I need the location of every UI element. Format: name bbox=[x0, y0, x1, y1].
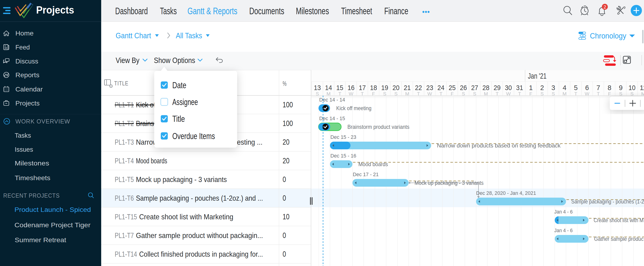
svg-text:Finance: Finance bbox=[384, 6, 408, 16]
svg-text:8: 8 bbox=[608, 84, 611, 92]
svg-text:Reports: Reports bbox=[16, 71, 40, 79]
svg-text:21: 21 bbox=[404, 84, 411, 92]
svg-text:Jan 4 - 6: Jan 4 - 6 bbox=[554, 227, 573, 233]
svg-text:View By: View By bbox=[116, 56, 140, 65]
svg-text:Narrow down products based on: Narrow down products based on testing fe… bbox=[437, 142, 561, 149]
svg-text:22: 22 bbox=[415, 84, 422, 92]
svg-text:0: 0 bbox=[282, 175, 286, 184]
svg-text:Milestones: Milestones bbox=[15, 160, 49, 167]
svg-text:Product Launch - Spiced: Product Launch - Spiced bbox=[14, 206, 91, 213]
svg-text:%: % bbox=[282, 80, 286, 87]
svg-text:2: 2 bbox=[540, 84, 544, 92]
svg-text:WORK OVERVIEW: WORK OVERVIEW bbox=[16, 118, 70, 125]
svg-text:Gantt & Reports: Gantt & Reports bbox=[188, 6, 237, 16]
svg-text:Overdue Items: Overdue Items bbox=[172, 131, 215, 141]
svg-text:Mock up packaging - 3 variants: Mock up packaging - 3 variants bbox=[414, 180, 484, 186]
svg-text:20: 20 bbox=[282, 156, 290, 165]
svg-text:5: 5 bbox=[574, 84, 578, 92]
svg-text:PL1-T15Create shoot list with: PL1-T15Create shoot list with Marketing bbox=[115, 212, 234, 221]
svg-text:Tasks: Tasks bbox=[15, 132, 31, 139]
svg-text:19: 19 bbox=[381, 84, 388, 92]
svg-text:Milestones: Milestones bbox=[296, 6, 329, 16]
svg-text:PL1-T7Gather sample product wi: PL1-T7Gather sample product without pack… bbox=[115, 231, 263, 240]
svg-text:20: 20 bbox=[282, 137, 290, 146]
svg-text:Documents: Documents bbox=[249, 6, 284, 16]
svg-text:4: 4 bbox=[563, 84, 566, 92]
svg-text:PL1-T6Sample packaging - pouch: PL1-T6Sample packaging - pouches (1-2oz.… bbox=[115, 194, 263, 202]
svg-text:Dec 15 - 23: Dec 15 - 23 bbox=[330, 134, 356, 140]
svg-text:7: 7 bbox=[596, 84, 600, 92]
svg-text:Summer Retreat: Summer Retreat bbox=[15, 236, 66, 243]
svg-text:3: 3 bbox=[552, 84, 555, 92]
svg-text:20: 20 bbox=[392, 84, 400, 92]
svg-text:30: 30 bbox=[505, 84, 512, 92]
svg-text:Gantt Chart: Gantt Chart bbox=[116, 31, 151, 40]
svg-text:Create shoot list with M: Create shoot list with M bbox=[594, 217, 644, 223]
svg-text:10: 10 bbox=[628, 84, 636, 92]
svg-text:Gather sample produc: Gather sample produc bbox=[594, 236, 644, 242]
svg-text:0: 0 bbox=[282, 249, 286, 258]
svg-text:0: 0 bbox=[282, 231, 286, 240]
svg-text:100: 100 bbox=[282, 100, 293, 109]
svg-text:28: 28 bbox=[482, 84, 490, 92]
svg-text:Kick off meeting: Kick off meeting bbox=[336, 105, 372, 111]
svg-text:24: 24 bbox=[438, 84, 444, 92]
svg-text:Mood boards: Mood boards bbox=[358, 161, 388, 167]
svg-text:PL1-T4Mood boards: PL1-T4Mood boards bbox=[115, 157, 167, 165]
svg-text:Timesheets: Timesheets bbox=[15, 174, 50, 181]
svg-text:Home: Home bbox=[16, 30, 34, 37]
svg-text:Chronology: Chronology bbox=[590, 31, 626, 40]
svg-text:Codename Project Tiger: Codename Project Tiger bbox=[14, 221, 90, 229]
svg-text:Date: Date bbox=[172, 81, 186, 90]
svg-text:PL1-T14Collect finished produc: PL1-T14Collect finished products in pack… bbox=[115, 250, 263, 258]
svg-text:1: 1 bbox=[529, 84, 533, 92]
svg-text:26: 26 bbox=[460, 84, 467, 92]
svg-text:16: 16 bbox=[348, 84, 355, 92]
svg-text:9: 9 bbox=[619, 84, 622, 92]
svg-text:13: 13 bbox=[314, 84, 321, 92]
svg-text:TITLE: TITLE bbox=[114, 80, 128, 87]
svg-text:11: 11 bbox=[640, 84, 644, 92]
svg-text:10: 10 bbox=[282, 212, 290, 221]
svg-text:All Tasks: All Tasks bbox=[176, 31, 202, 40]
svg-text:Assignee: Assignee bbox=[172, 97, 198, 107]
svg-text:Discuss: Discuss bbox=[16, 58, 38, 65]
svg-text:27: 27 bbox=[471, 84, 478, 92]
svg-text:Feed: Feed bbox=[16, 44, 30, 51]
svg-text:RECENT PROJECTS: RECENT PROJECTS bbox=[3, 192, 60, 199]
svg-text:Calendar: Calendar bbox=[16, 86, 43, 93]
svg-text:Tasks: Tasks bbox=[160, 6, 177, 16]
svg-text:25: 25 bbox=[448, 84, 456, 92]
svg-text:31: 31 bbox=[516, 84, 523, 92]
svg-text:Title: Title bbox=[172, 114, 185, 124]
svg-text:Brainstorm product variants: Brainstorm product variants bbox=[348, 124, 410, 130]
svg-text:6: 6 bbox=[585, 84, 589, 92]
svg-text:Sample packaging - pouches (1-: Sample packaging - pouches (1-2 bbox=[571, 198, 644, 205]
svg-text:Show Options: Show Options bbox=[154, 56, 195, 65]
svg-text:29: 29 bbox=[494, 84, 500, 92]
svg-text:100: 100 bbox=[282, 119, 293, 128]
svg-text:17: 17 bbox=[359, 84, 366, 92]
svg-text:Dec 17 - 21: Dec 17 - 21 bbox=[353, 171, 379, 177]
svg-text:Issues: Issues bbox=[15, 146, 33, 153]
svg-text:Projects: Projects bbox=[16, 100, 40, 107]
svg-text:Timesheet: Timesheet bbox=[341, 6, 372, 16]
svg-text:2: 2 bbox=[604, 5, 606, 10]
svg-text:Dec 28, 2020 - Jan 4, 2021: Dec 28, 2020 - Jan 4, 2021 bbox=[476, 190, 536, 196]
svg-text:14: 14 bbox=[325, 84, 332, 92]
svg-text:18: 18 bbox=[370, 84, 377, 92]
svg-text:PL1-T5Mock up packaging - 3 va: PL1-T5Mock up packaging - 3 variants bbox=[115, 175, 227, 184]
svg-text:0: 0 bbox=[282, 193, 286, 202]
svg-text:Dec 15 - 16: Dec 15 - 16 bbox=[330, 153, 356, 159]
svg-text:Jan 4 - 6: Jan 4 - 6 bbox=[554, 209, 573, 215]
svg-text:23: 23 bbox=[426, 84, 433, 92]
svg-text:15: 15 bbox=[336, 84, 343, 92]
svg-text:Projects: Projects bbox=[36, 4, 74, 16]
svg-text:Dashboard: Dashboard bbox=[115, 6, 148, 16]
svg-text:Jan '21: Jan '21 bbox=[528, 71, 546, 80]
